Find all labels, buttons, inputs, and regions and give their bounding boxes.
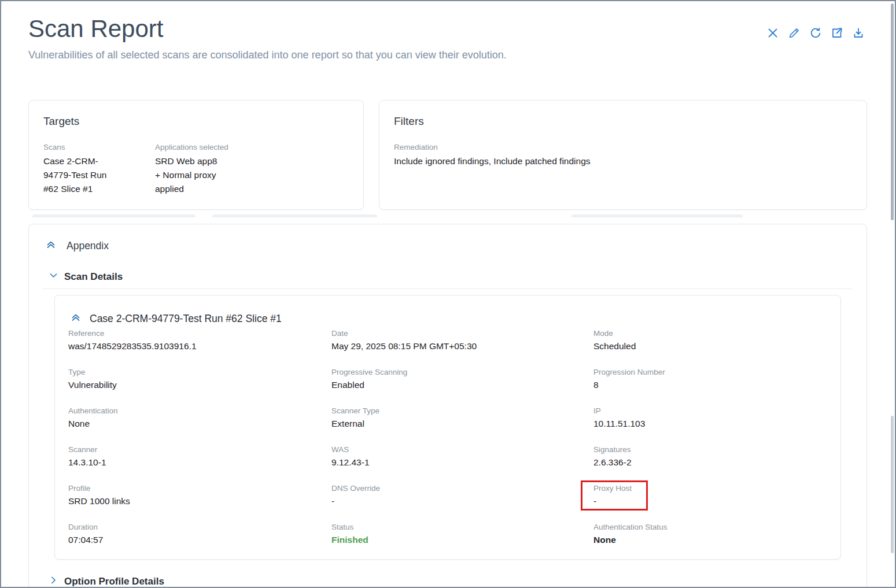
detail-field: ModeScheduled [593, 329, 832, 368]
targets-card-title: Targets [43, 115, 79, 128]
detail-value: 8 [593, 380, 832, 390]
detail-field: DateMay 29, 2025 08:15 PM GMT+05:30 [331, 329, 593, 368]
detail-field: Scanner TypeExternal [331, 406, 593, 445]
field: ScansCase 2-CRM- 94779-Test Run #62 Slic… [43, 143, 155, 196]
detail-label: Profile [68, 484, 331, 493]
detail-value: 2.6.336-2 [593, 457, 832, 468]
detail-field: DNS Override- [331, 484, 593, 523]
open-in-new-icon[interactable] [831, 27, 843, 39]
scan-report-page: Scan Report Vulnerabilities of all selec… [0, 0, 896, 588]
detail-label: IP [593, 406, 832, 415]
chevron-down-icon[interactable] [49, 271, 58, 283]
page-title: Scan Report [28, 15, 163, 43]
double-chevron-up-icon[interactable] [45, 239, 57, 253]
detail-field: Authentication StatusNone [593, 523, 832, 561]
detail-label: Signatures [593, 445, 832, 454]
page-subtitle: Vulnerabilities of all selected scans ar… [28, 49, 507, 61]
appendix-section-label: Appendix [67, 240, 109, 252]
detail-field: ProfileSRD 1000 links [68, 484, 331, 523]
detail-value: None [593, 535, 832, 545]
detail-field: TypeVulnerability [68, 368, 331, 406]
field-value: Include ignored findings, Include patche… [394, 154, 591, 168]
detail-label: Progression Number [593, 368, 832, 376]
detail-value: Enabled [331, 380, 593, 390]
download-icon[interactable] [852, 27, 865, 39]
detail-field: Scanner14.3.10-1 [68, 445, 331, 484]
header-action-icons [766, 27, 865, 39]
field-value: Case 2-CRM- 94779-Test Run #62 Slice #1 [43, 154, 155, 196]
scrollbar-thumb-secondary[interactable] [891, 416, 894, 553]
detail-label: Mode [593, 329, 832, 338]
refresh-icon[interactable] [809, 27, 822, 39]
section-divider [43, 289, 853, 289]
edit-icon[interactable] [788, 27, 801, 39]
option-profile-section-label: Option Profile Details [64, 576, 164, 587]
detail-value: SRD 1000 links [68, 496, 331, 506]
field-value: SRD Web app8 + Normal proxy applied [155, 154, 228, 196]
detail-value: 10.11.51.103 [593, 419, 832, 429]
chevron-right-icon[interactable] [49, 575, 58, 587]
stacked-card-edge [571, 215, 743, 217]
stacked-card-edge [32, 215, 196, 217]
detail-value: 07:04:57 [68, 535, 331, 545]
detail-label: Authentication Status [593, 523, 832, 531]
detail-field: Progressive ScanningEnabled [331, 368, 593, 406]
detail-value: was/1748529283535.9103916.1 [68, 341, 331, 352]
field-label: Applications selected [155, 143, 228, 151]
scan-details-section-label: Scan Details [64, 271, 123, 283]
detail-label: Authentication [68, 406, 331, 415]
filters-card: Filters RemediationInclude ignored findi… [379, 100, 867, 210]
detail-label: Duration [68, 523, 331, 531]
detail-value: External [331, 419, 593, 429]
detail-value: - [593, 496, 832, 506]
stacked-card-edge [212, 215, 377, 217]
appendix-collapse-toggle[interactable]: Appendix [45, 239, 109, 253]
detail-value: - [331, 496, 593, 506]
detail-label: Type [68, 368, 331, 376]
detail-label: Progressive Scanning [331, 368, 593, 376]
detail-value: Finished [331, 535, 593, 545]
detail-label: Scanner Type [331, 406, 593, 415]
option-profile-collapse-toggle[interactable]: Option Profile Details [49, 575, 164, 587]
scan-card-header[interactable]: Case 2-CRM-94779-Test Run #62 Slice #1 [70, 312, 282, 326]
detail-value: Scheduled [593, 341, 832, 352]
detail-value: May 29, 2025 08:15 PM GMT+05:30 [331, 341, 593, 352]
detail-value: Vulnerability [68, 380, 331, 390]
detail-value: None [68, 419, 331, 429]
targets-card: Targets ScansCase 2-CRM- 94779-Test Run … [28, 100, 364, 210]
detail-field: Referencewas/1748529283535.9103916.1 [68, 329, 331, 368]
detail-field: StatusFinished [331, 523, 593, 561]
detail-field: Duration07:04:57 [68, 523, 331, 561]
detail-label: Status [331, 523, 593, 531]
scan-detail-card: Case 2-CRM-94779-Test Run #62 Slice #1 R… [54, 295, 841, 560]
close-icon[interactable] [766, 27, 779, 39]
scrollbar-thumb[interactable] [891, 3, 894, 220]
double-chevron-up-icon[interactable] [70, 312, 82, 326]
filters-card-title: Filters [394, 115, 424, 128]
detail-label: Proxy Host [593, 484, 832, 493]
detail-value: 14.3.10-1 [68, 457, 331, 468]
field: Applications selectedSRD Web app8 + Norm… [155, 143, 228, 196]
detail-field: Signatures2.6.336-2 [593, 445, 832, 484]
field: RemediationInclude ignored findings, Inc… [394, 143, 591, 168]
detail-value: 9.12.43-1 [331, 457, 593, 468]
targets-fields: ScansCase 2-CRM- 94779-Test Run #62 Slic… [43, 143, 352, 196]
detail-field: Progression Number8 [593, 368, 832, 406]
detail-field: Proxy Host- [593, 484, 832, 523]
scan-details-collapse-toggle[interactable]: Scan Details [49, 271, 123, 283]
field-label: Scans [43, 143, 155, 151]
field-label: Remediation [394, 143, 591, 151]
detail-label: DNS Override [331, 484, 593, 493]
detail-field: AuthenticationNone [68, 406, 331, 445]
detail-label: Reference [68, 329, 331, 338]
detail-label: Scanner [68, 445, 331, 454]
detail-field: WAS9.12.43-1 [331, 445, 593, 484]
filters-fields: RemediationInclude ignored findings, Inc… [394, 143, 855, 168]
detail-label: WAS [331, 445, 593, 454]
scan-details-grid: Referencewas/1748529283535.9103916.1Date… [68, 329, 832, 561]
detail-field: IP10.11.51.103 [593, 406, 832, 445]
scan-card-title: Case 2-CRM-94779-Test Run #62 Slice #1 [90, 313, 282, 325]
detail-label: Date [331, 329, 593, 338]
